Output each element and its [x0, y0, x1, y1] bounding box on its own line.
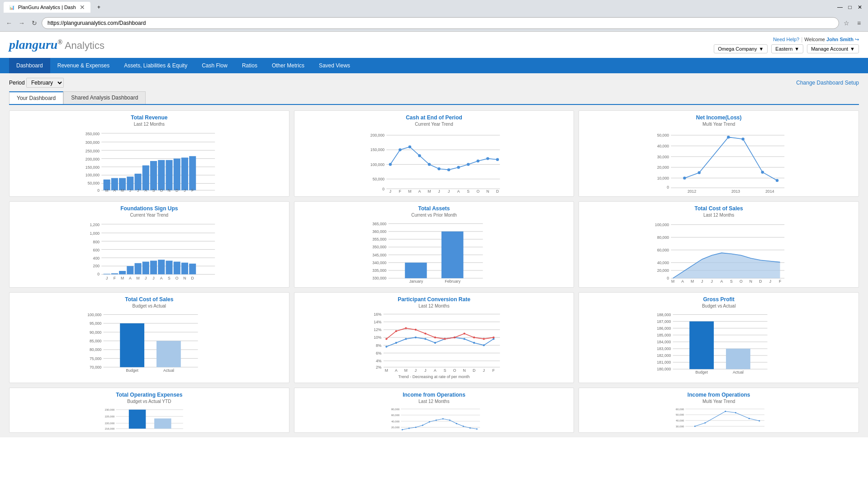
svg-text:60,000: 60,000	[657, 248, 669, 252]
nav-other-metrics[interactable]: Other Metrics	[265, 58, 312, 73]
svg-point-88	[727, 136, 730, 138]
svg-text:185,000: 185,000	[657, 333, 671, 337]
svg-text:8%: 8%	[376, 343, 382, 348]
maximize-button[interactable]: □	[845, 3, 854, 12]
chart-svg-gross-profit: 188,000 187,000 186,000 185,000 184,000 …	[583, 311, 855, 374]
company-dropdown[interactable]: Omega Company ▼	[714, 44, 768, 53]
nav-revenue-expenses[interactable]: Revenue & Expenses	[50, 58, 117, 73]
svg-text:200: 200	[93, 264, 100, 268]
nav-ratios[interactable]: Ratios	[235, 58, 265, 73]
svg-point-294	[442, 418, 443, 420]
user-name-link[interactable]: John Smith	[826, 37, 854, 42]
chart-svg-net-income: 50,000 40,000 30,000 20,000 10,000 0	[583, 129, 855, 193]
chart-operating-expenses: Total Operating Expenses Budget vs Actua…	[9, 388, 289, 433]
window-controls: — □ ✕	[835, 3, 864, 12]
chart-income-operations-multiyear: Income from Operations Multi Year Trend …	[579, 388, 859, 433]
svg-text:600: 600	[93, 248, 100, 252]
svg-text:100,000: 100,000	[370, 162, 384, 167]
svg-text:100,000: 100,000	[85, 173, 100, 177]
svg-text:50,000: 50,000	[372, 177, 384, 181]
svg-text:225,000: 225,000	[105, 415, 115, 418]
nav-assets[interactable]: Assets, Liabilities & Equity	[117, 58, 194, 73]
svg-point-288	[401, 429, 403, 431]
app-logo: planguru® Analytics	[9, 38, 104, 52]
bookmark-button[interactable]: ☆	[841, 18, 852, 28]
change-dashboard-setup-link[interactable]: Change Dashboard Setup	[796, 80, 859, 86]
svg-text:220,000: 220,000	[105, 422, 115, 425]
need-help-link[interactable]: Need Help?	[773, 37, 799, 42]
chart-cost-budget-actual: Total Cost of Sales Budget vs Actual 100…	[9, 292, 289, 383]
svg-point-222	[483, 344, 484, 346]
trend-note: Trend - Decreasing at rate of per month	[298, 374, 570, 379]
chart-area-net-income: 50,000 40,000 30,000 20,000 10,000 0	[583, 129, 855, 193]
main-nav: Dashboard Revenue & Expenses Assets, Lia…	[0, 58, 868, 73]
chart-area-operating-expenses: 230,000 225,000 220,000 216,000	[13, 407, 285, 433]
svg-text:D: D	[473, 368, 475, 373]
svg-point-289	[408, 428, 409, 429]
browser-tab[interactable]: 📊 PlanGuru Analytics | Dash ✕	[4, 2, 90, 13]
chart-svg-income-12m: 80,000 60,000 40,000 20,000	[298, 407, 570, 433]
tab-your-dashboard[interactable]: Your Dashboard	[9, 91, 63, 104]
tab-title: PlanGuru Analytics | Dash	[18, 5, 76, 10]
nav-dashboard[interactable]: Dashboard	[9, 58, 50, 73]
svg-point-234	[483, 338, 484, 340]
header-right: Need Help? | Welcome John Smith ↪ Omega …	[714, 36, 859, 53]
svg-point-292	[428, 421, 430, 422]
period-select[interactable]: February	[26, 78, 64, 88]
close-button[interactable]: ✕	[855, 3, 864, 12]
refresh-button[interactable]: ↻	[29, 18, 40, 28]
svg-text:S: S	[467, 189, 470, 193]
nav-saved-views[interactable]: Saved Views	[312, 58, 357, 73]
period-selector: Period February	[9, 78, 64, 88]
svg-point-228	[424, 332, 426, 334]
chart-area-foundations: 1,200 1,000 800 600 400 200 0	[13, 220, 285, 284]
nav-cashflow[interactable]: Cash Flow	[194, 58, 235, 73]
chart-title-gross-profit: Gross Profit	[583, 296, 855, 303]
svg-text:20,000: 20,000	[657, 165, 669, 170]
tab-close-button[interactable]: ✕	[80, 4, 85, 11]
svg-point-299	[476, 428, 477, 430]
chart-subtitle-income-multiyear: Multi Year Trend	[583, 399, 855, 404]
header-top-row: Need Help? | Welcome John Smith ↪	[773, 36, 859, 43]
svg-text:Budget: Budget	[126, 368, 138, 373]
svg-text:D: D	[759, 279, 762, 284]
timezone-dropdown[interactable]: Eastern ▼	[771, 44, 803, 53]
svg-text:200,000: 200,000	[85, 157, 100, 161]
chart-svg-foundations: 1,200 1,000 800 600 400 200 0	[13, 220, 285, 284]
svg-point-229	[434, 336, 436, 338]
svg-text:180,000: 180,000	[657, 367, 671, 371]
svg-point-308	[694, 426, 696, 427]
menu-button[interactable]: ≡	[854, 18, 864, 28]
svg-text:200,000: 200,000	[370, 133, 384, 137]
content-area: Period February Change Dashboard Setup Y…	[0, 73, 868, 437]
new-tab-button[interactable]: +	[93, 1, 105, 13]
svg-rect-266	[690, 322, 714, 370]
svg-point-87	[698, 171, 701, 174]
svg-text:M: M	[427, 189, 431, 193]
manage-account-dropdown[interactable]: Manage Account ▼	[807, 44, 859, 53]
svg-text:2012: 2012	[688, 189, 696, 193]
svg-text:A: A	[129, 276, 132, 280]
minimize-button[interactable]: —	[835, 3, 844, 12]
svg-text:J: J	[152, 276, 154, 280]
logout-icon[interactable]: ↪	[855, 37, 859, 42]
svg-text:O: O	[476, 189, 479, 193]
svg-rect-192	[120, 323, 144, 367]
svg-text:F: F	[398, 189, 401, 193]
tab-shared-analysis[interactable]: Shared Analysis Dashboard	[63, 91, 146, 104]
url-input[interactable]	[47, 20, 833, 26]
svg-text:75,000: 75,000	[90, 356, 102, 361]
forward-button[interactable]: →	[16, 18, 27, 28]
svg-point-233	[473, 336, 475, 338]
svg-point-213	[395, 342, 397, 344]
svg-point-215	[414, 336, 416, 338]
svg-text:S: S	[152, 188, 155, 193]
back-button[interactable]: ←	[4, 18, 14, 28]
period-row: Period February Change Dashboard Setup	[9, 78, 859, 88]
chart-subtitle-gross-profit: Budget vs Actual	[583, 303, 855, 308]
browser-chrome: 📊 PlanGuru Analytics | Dash ✕ + — □ ✕ ← …	[0, 0, 868, 32]
svg-point-227	[414, 329, 416, 331]
svg-point-90	[761, 171, 764, 174]
svg-point-60	[486, 157, 489, 160]
svg-point-224	[385, 338, 387, 340]
